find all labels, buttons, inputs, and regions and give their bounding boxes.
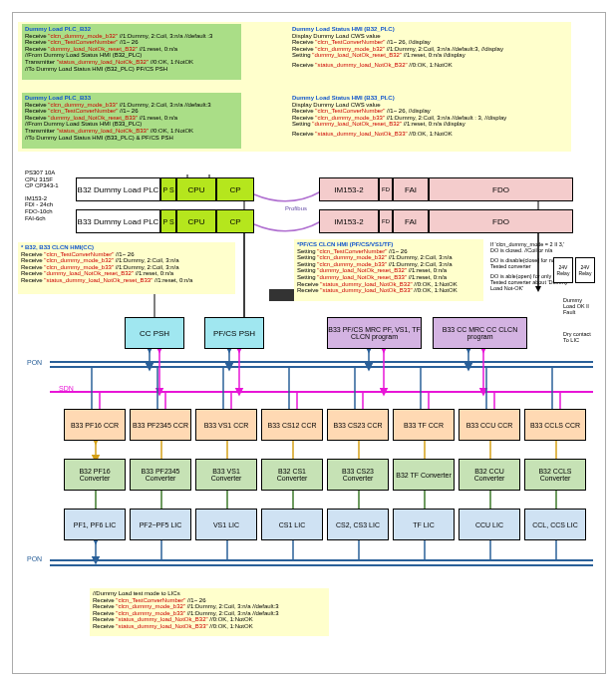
lic-box: CS2, CS3 LIC: [327, 509, 389, 540]
lic-box: TF LIC: [393, 509, 455, 540]
pon-label-1: PON: [24, 357, 45, 369]
b33-ps: P S: [160, 209, 176, 233]
b32-fdo: FDO: [429, 177, 573, 201]
cc-psh: CC PSH: [125, 317, 184, 349]
dry-label: Dry contact To LIC: [560, 329, 598, 345]
ccr-box: B33 PF2345 CCR: [130, 409, 191, 441]
conv-box: B33 VS1 Converter: [195, 459, 257, 491]
cc-mrc: B33 CC MRC CC CLCN program: [433, 317, 527, 349]
b32-plc-label: B32 Dummy Load PLC: [76, 177, 160, 201]
conv-box: B33 PF2345 Converter: [130, 459, 191, 491]
cc-hmi-title: * B32, B33 CLCN HMI(CC): [21, 244, 232, 251]
lic-box: VS1 LIC: [195, 509, 257, 540]
b33-fd: FD: [379, 209, 393, 233]
relay-1: 24V Relay: [553, 257, 573, 283]
ccr-box: B33 CS12 CCR: [261, 409, 323, 441]
b32-cpu: CPU: [176, 177, 216, 201]
ccr-box: B33 PF16 CCR: [64, 409, 126, 441]
b33-cp: CP: [216, 209, 254, 233]
ccr-box: B33 VS1 CCR: [195, 409, 257, 441]
b33-plc-box: Dummy Load PLC_B33 Receive "clcn_dummy_m…: [22, 93, 241, 149]
ccr-box: B33 CCU CCR: [459, 409, 520, 441]
b33-hmi-title: Dummy Load Status HMI (B33_PLC): [292, 95, 563, 102]
lic-box: PF2~PF5 LIC: [130, 509, 191, 540]
pon-label-2: PON: [24, 553, 45, 565]
conv-box: B32 CCU Converter: [459, 459, 520, 491]
b32-im: IM153-2: [319, 177, 379, 201]
conv-box: B32 CCLS Converter: [524, 459, 586, 491]
b33-plc-title: Dummy Load PLC_B33: [25, 95, 238, 102]
ccr-box: B33 CS23 CCR: [327, 409, 389, 441]
b32-cp: CP: [216, 177, 254, 201]
lic-note-box: //Dummy Load test mode to LICs Receive "…: [90, 588, 329, 636]
lic-note-title: //Dummy Load test mode to LICs: [93, 590, 326, 597]
svg-rect-60: [269, 289, 295, 301]
b33-fai: FAI: [393, 209, 429, 233]
fault-label: Dummy Load OK ll Fault: [560, 295, 598, 317]
conv-box: B32 CS1 Converter: [261, 459, 323, 491]
b32-plc-box: Dummy Load PLC_B32 Receive "clcn_dummy_m…: [22, 24, 241, 80]
lic-box: CCU LIC: [459, 509, 520, 540]
b32-plc-title: Dummy Load PLC_B32: [25, 26, 238, 33]
conv-box: B32 PF16 Converter: [64, 459, 126, 491]
b32-fd: FD: [379, 177, 393, 201]
conv-box: B32 TF Converter: [393, 459, 455, 491]
sdn-label: SDN: [56, 383, 77, 395]
b33-fdo: FDO: [429, 209, 573, 233]
pfcs-hmi-title: *PF/CS CLCN HMI (PF/CS/VS1/TF): [297, 241, 480, 248]
ccr-box: B33 CCLS CCR: [524, 409, 586, 441]
b32-hmi-title: Dummy Load Status HMI (B32_PLC): [292, 26, 563, 33]
relay-2: 24V Relay: [575, 257, 595, 283]
b33-cpu: CPU: [176, 209, 216, 233]
lic-box: PF1, PF6 LIC: [64, 509, 126, 540]
b33-plc-label: B33 Dummy Load PLC: [76, 209, 160, 233]
conv-box: B33 CS23 Converter: [327, 459, 389, 491]
lic-box: CS1 LIC: [261, 509, 323, 540]
cc-hmi-box: * B32, B33 CLCN HMI(CC) Receive "clcn_Te…: [18, 242, 235, 294]
b33-hmi-box: Dummy Load Status HMI (B33_PLC) Display …: [289, 93, 566, 140]
pfcs-mrc: B33 PF/CS MRC PF, VS1, TF CLCN program: [327, 317, 422, 349]
b32-hmi-box: Dummy Load Status HMI (B32_PLC) Display …: [289, 24, 566, 71]
left-note: PS307 10A CPU 315F CP CP343-1 IM153-2 FD…: [22, 168, 72, 223]
lic-box: CCL, CCS LIC: [524, 509, 586, 540]
pfcs-hmi-box: *PF/CS CLCN HMI (PF/CS/VS1/TF) Setting "…: [294, 239, 483, 301]
profibus-label: Profibus: [282, 203, 310, 214]
ccr-box: B33 TF CCR: [393, 409, 455, 441]
b32-ps: P S: [160, 177, 176, 201]
b32-fai: FAI: [393, 177, 429, 201]
pfcs-psh: PF/CS PSH: [204, 317, 264, 349]
b33-im: IM153-2: [319, 209, 379, 233]
